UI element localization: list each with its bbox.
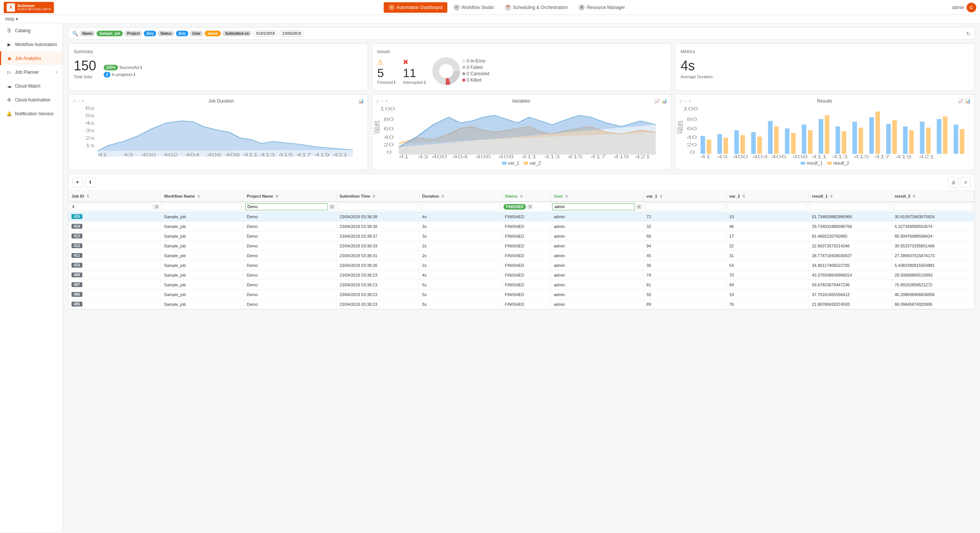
table-row[interactable]: 414 Sample_job Demo 23/04/2019 03:38:38 … (68, 221, 974, 231)
search-icon[interactable]: 🔍 (72, 31, 78, 36)
filter-chip-submitted-on[interactable]: Submitted on (222, 31, 251, 36)
bar (920, 122, 924, 154)
clear-status-button[interactable]: × (527, 204, 533, 209)
filter-chip-sample-job[interactable]: Sample_job (97, 31, 123, 36)
bar (825, 115, 829, 154)
col-job-id[interactable]: Job ID ⇅ (68, 191, 161, 202)
help-link[interactable]: Help ▾ (5, 16, 18, 22)
filter-input-duration[interactable] (421, 203, 500, 210)
var-chart-icon1[interactable]: 📈 (654, 99, 660, 104)
filter-input-submission[interactable] (338, 203, 417, 210)
res-minus-icon[interactable]: − (684, 99, 687, 104)
col-var1[interactable]: var_1 ⇅ (643, 191, 726, 202)
res-chart-icon1[interactable]: 📈 (958, 99, 964, 104)
table-row[interactable]: 410 Sample_job Demo 23/04/2019 03:38:26 … (68, 261, 974, 270)
var-plus-icon[interactable]: + (385, 99, 388, 104)
chart-bar-icon[interactable]: 📊 (358, 99, 364, 104)
sidebar-item-cloud-watch[interactable]: ☁ Cloud Watch (0, 79, 62, 93)
filter-chip-any-status[interactable]: Any (176, 31, 188, 36)
tab-workflow-studio[interactable]: ✏ Workflow Studio (449, 2, 499, 13)
col-result2[interactable]: result_2 ⇅ (891, 191, 974, 202)
col-project-name[interactable]: Project Name ⇅ (244, 191, 337, 202)
minus-icon[interactable]: − (78, 99, 80, 104)
tab-automation-dashboard[interactable]: ⚡ Automation Dashboard (384, 2, 447, 13)
table-row[interactable]: 411 Sample_job Demo 23/04/2019 03:38:31 … (68, 251, 974, 261)
clear-user-button[interactable]: × (636, 204, 642, 209)
expand-icon[interactable]: ⤢ (72, 99, 76, 104)
svg-text:1s: 1s (85, 143, 95, 148)
job-id-badge: 405 (72, 302, 82, 307)
job-id-badge: 414 (72, 224, 82, 229)
export-button[interactable]: ⬇ (85, 177, 95, 188)
table-row[interactable]: 407 Sample_job Demo 23/04/2019 03:38:23 … (68, 280, 974, 290)
filter-chip-user[interactable]: User (190, 31, 203, 36)
filter-input-project[interactable] (245, 203, 328, 210)
table-row[interactable]: 413 Sample_job Demo 23/04/2019 03:38:37 … (68, 231, 974, 241)
filter-chip-name[interactable]: Name (80, 31, 95, 36)
sidebar-item-cloud-automation[interactable]: ⚙ Cloud Automation (0, 93, 62, 107)
var-chart-icon2[interactable]: 📊 (662, 99, 667, 104)
sidebar-item-job-analytics[interactable]: ◉ Job Analytics (0, 51, 62, 65)
tab-scheduling[interactable]: 📅 Scheduling & Orchestration (500, 2, 572, 13)
filter-bar: 🔍 Name Sample_job Project Any Status Any… (68, 27, 975, 40)
res-expand-icon[interactable]: ⤢ (679, 99, 683, 104)
sidebar-item-notification[interactable]: 🔔 Notification Service (0, 107, 62, 121)
filter-chip-admin[interactable]: admin (205, 31, 221, 36)
filter-button[interactable]: ▼ (72, 177, 83, 188)
help-bar: Help ▾ (0, 15, 980, 24)
res-chart-icon2[interactable]: 📊 (965, 99, 970, 104)
table-row[interactable]: 412 Sample_job Demo 23/04/2019 03:38:33 … (68, 241, 974, 251)
bar (943, 116, 947, 154)
col-duration[interactable]: Duration ⇅ (419, 191, 502, 202)
filter-input-result1[interactable] (810, 203, 890, 210)
table-row[interactable]: 406 Sample_job Demo 23/04/2019 03:38:23 … (68, 290, 974, 299)
cell-job-id: 413 (68, 231, 161, 241)
filter-input-user[interactable] (552, 203, 635, 210)
clear-job-id-button[interactable]: × (154, 204, 159, 209)
svg-text:419: 419 (896, 154, 912, 159)
col-submission-time[interactable]: Submition Time ⇅ (336, 191, 419, 202)
plus-icon[interactable]: + (82, 99, 84, 104)
logo-area[interactable]: A ActiveonSCALE BEYOND LIMITS (4, 2, 54, 13)
cell-duration: 5s (419, 290, 502, 299)
filter-chip-status[interactable]: Status (158, 31, 175, 36)
col-var2[interactable]: var_2 ⇅ (726, 191, 809, 202)
filter-input-workflow[interactable] (162, 203, 242, 210)
col-status[interactable]: Status ⇅ (502, 191, 550, 202)
cell-job-id: 406 (68, 290, 161, 299)
col-workflow-name[interactable]: Workflow Name ⇅ (161, 191, 244, 202)
table-row[interactable]: 408 Sample_job Demo 23/04/2019 03:38:23 … (68, 270, 974, 280)
col-result1[interactable]: result_1 ⇅ (808, 191, 891, 202)
sidebar-item-job-planner[interactable]: ▷ Job Planner ▾ (0, 65, 62, 79)
res-plus-icon[interactable]: + (688, 99, 691, 104)
filter-input-var1[interactable] (645, 203, 724, 210)
cell-project: Demo (244, 212, 337, 221)
filter-chip-date-from[interactable]: 01/01/2019 (253, 30, 278, 37)
filter-input-result2[interactable] (893, 203, 972, 210)
result2-legend-box (827, 162, 832, 165)
admin-label[interactable]: admin (952, 5, 964, 10)
tab-resource-manager[interactable]: 🖥 Resource Manager (574, 2, 630, 13)
svg-text:40: 40 (687, 135, 697, 140)
clear-project-button[interactable]: × (329, 204, 335, 209)
print-button[interactable]: 🖨 (948, 177, 959, 188)
filter-cell-job-id: × (68, 202, 161, 212)
refresh-icon[interactable]: ↻ (966, 31, 970, 37)
sidebar-item-workflow-automation[interactable]: ▶ Workflow Automation (0, 37, 62, 51)
var-minus-icon[interactable]: − (381, 99, 384, 104)
filter-chip-project[interactable]: Project (124, 31, 142, 36)
columns-button[interactable]: ≡ (960, 177, 970, 188)
var-expand-icon[interactable]: ⤢ (376, 99, 380, 104)
cell-var1: 45 (643, 251, 726, 261)
filter-input-job-id[interactable] (70, 203, 153, 210)
filter-chip-date-to[interactable]: 23/05/2019 (279, 30, 304, 37)
filter-input-var2[interactable] (728, 203, 807, 210)
table-row[interactable]: 415 Sample_job Demo 23/04/2019 03:38:38 … (68, 212, 974, 221)
table-row[interactable]: 405 Sample_job Demo 23/04/2019 03:38:23 … (68, 299, 974, 309)
filter-chip-any-project[interactable]: Any (144, 31, 156, 36)
var1-legend-box (502, 162, 506, 165)
sidebar-item-catalog[interactable]: ☰ Catalog (0, 24, 62, 37)
col-user[interactable]: User ⇅ (550, 191, 643, 202)
admin-avatar[interactable]: C (967, 3, 976, 12)
cell-result1: 22.96372673214346 (808, 241, 891, 251)
